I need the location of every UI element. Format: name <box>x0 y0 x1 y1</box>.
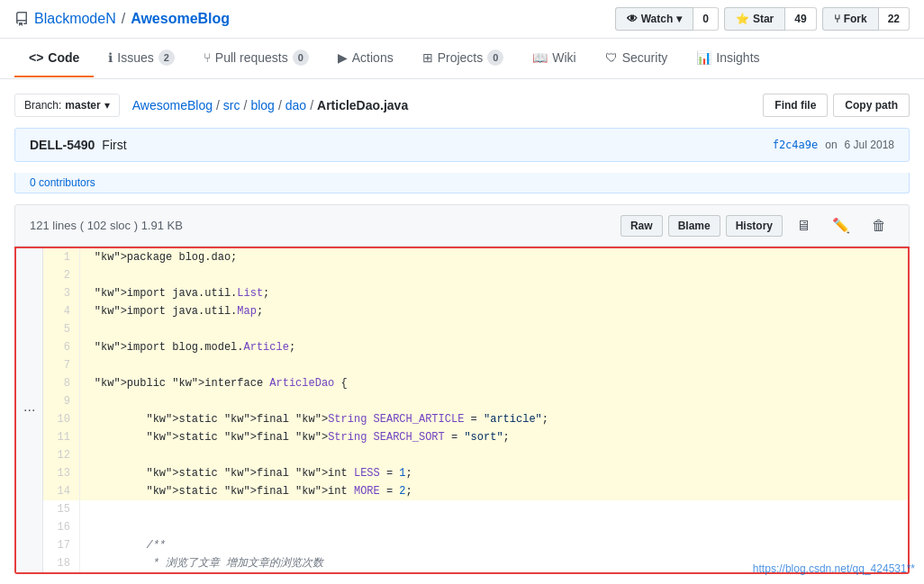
fork-label: Fork <box>844 13 867 25</box>
line-content <box>79 500 908 518</box>
tab-security[interactable]: 🛡 Security <box>591 40 683 77</box>
line-number[interactable]: 13 <box>43 464 79 482</box>
tab-projects[interactable]: ⊞ Projects 0 <box>408 39 519 78</box>
code-icon: <> <box>29 50 43 65</box>
delete-icon[interactable]: 🗑 <box>864 213 894 238</box>
repo-slash: / <box>122 11 125 27</box>
find-file-button[interactable]: Find file <box>763 94 828 117</box>
raw-button[interactable]: Raw <box>621 215 663 237</box>
table-row: 7 <box>43 356 908 374</box>
line-number[interactable]: 9 <box>43 392 79 410</box>
line-content <box>79 518 908 536</box>
projects-badge: 0 <box>487 49 503 66</box>
table-row: 11 "kw">static "kw">final "kw">String SE… <box>43 428 908 446</box>
blame-button[interactable]: Blame <box>668 215 720 237</box>
code-container: ··· 1"kw">package blog.dao;2 3"kw">impor… <box>14 247 910 574</box>
tab-wiki[interactable]: 📖 Wiki <box>518 40 590 77</box>
line-number[interactable]: 12 <box>43 446 79 464</box>
breadcrumb-dao[interactable]: dao <box>285 98 306 112</box>
line-number[interactable]: 14 <box>43 482 79 500</box>
commit-info: DELL-5490 First f2c4a9e on 6 Jul 2018 <box>14 128 910 162</box>
branch-chevron-icon: ▾ <box>104 99 110 112</box>
line-number[interactable]: 11 <box>43 428 79 446</box>
fork-group: ⑂ Fork 22 <box>822 7 910 31</box>
tab-code[interactable]: <> Code <box>14 40 94 77</box>
tab-pull-requests[interactable]: ⑂ Pull requests 0 <box>189 39 323 78</box>
line-number[interactable]: 2 <box>43 266 79 284</box>
line-number[interactable]: 1 <box>43 248 79 266</box>
star-group: ⭐ Star 49 <box>724 7 817 31</box>
desktop-icon[interactable]: 🖥 <box>788 213 819 238</box>
line-content <box>79 320 908 338</box>
line-content: "kw">public "kw">interface ArticleDao { <box>79 374 908 392</box>
code-wrapper: ··· 1"kw">package blog.dao;2 3"kw">impor… <box>16 248 908 572</box>
table-row: 17 /** <box>43 536 908 554</box>
breadcrumb: AwesomeBlog / src / blog / dao / Article… <box>132 98 408 112</box>
line-number[interactable]: 18 <box>43 554 79 572</box>
table-row: 15 <box>43 500 908 518</box>
line-content: "kw">static "kw">final "kw">String SEARC… <box>79 410 908 428</box>
edit-icon[interactable]: ✏️ <box>824 212 858 238</box>
commit-date-label: on <box>825 139 837 151</box>
branch-name: master <box>65 99 100 112</box>
star-label: Star <box>753 13 774 25</box>
history-button[interactable]: History <box>726 215 783 237</box>
tab-pr-label: Pull requests <box>215 50 288 65</box>
copy-path-button[interactable]: Copy path <box>833 94 910 117</box>
line-number[interactable]: 15 <box>43 500 79 518</box>
line-number[interactable]: 8 <box>43 374 79 392</box>
commit-right: f2c4a9e on 6 Jul 2018 <box>773 139 894 151</box>
breadcrumb-blog[interactable]: blog <box>250 98 274 112</box>
contributors-link[interactable]: 0 contributors <box>14 173 910 193</box>
pr-badge: 0 <box>293 49 309 66</box>
commit-info-wrapper: DELL-5490 First f2c4a9e on 6 Jul 2018 0 … <box>14 128 910 193</box>
shield-icon: 🛡 <box>605 50 618 65</box>
watch-button[interactable]: 👁 Watch ▾ <box>615 7 694 31</box>
line-number[interactable]: 10 <box>43 410 79 428</box>
watch-count: 0 <box>693 7 719 31</box>
repo-name-link[interactable]: AwesomeBlog <box>131 11 230 27</box>
commit-user: DELL-5490 <box>30 138 95 152</box>
fork-button[interactable]: ⑂ Fork <box>822 7 879 31</box>
chart-icon: 📊 <box>696 50 711 65</box>
watch-group: 👁 Watch ▾ 0 <box>615 7 719 31</box>
line-number[interactable]: 3 <box>43 284 79 302</box>
line-number[interactable]: 4 <box>43 302 79 320</box>
breadcrumb-root[interactable]: AwesomeBlog <box>132 98 213 112</box>
eye-icon: 👁 <box>627 13 638 25</box>
repo-owner-link[interactable]: BlackmodeN <box>34 11 116 27</box>
line-number[interactable]: 5 <box>43 320 79 338</box>
watermark: https://blog.csdn.net/qq_424531** <box>753 562 915 575</box>
watch-label: Watch <box>641 13 674 25</box>
table-row: 2 <box>43 266 908 284</box>
code-options-button[interactable]: ··· <box>16 248 43 572</box>
line-number[interactable]: 17 <box>43 536 79 554</box>
line-content: "kw">static "kw">final "kw">int MORE = 2… <box>79 482 908 500</box>
line-content <box>79 266 908 284</box>
lines-count: 121 lines <box>30 219 77 232</box>
table-row: 6"kw">import blog.model.Article; <box>43 338 908 356</box>
issues-icon: ℹ <box>108 50 113 65</box>
breadcrumb-src[interactable]: src <box>223 98 240 112</box>
line-content: "kw">import java.util.List; <box>79 284 908 302</box>
fork-count: 22 <box>879 7 910 31</box>
star-button[interactable]: ⭐ Star <box>724 7 785 31</box>
line-content: "kw">static "kw">final "kw">String SEARC… <box>79 428 908 446</box>
file-stats-right: Raw Blame History 🖥 ✏️ 🗑 <box>621 212 894 238</box>
branch-selector[interactable]: Branch: master ▾ <box>14 94 120 117</box>
tab-insights[interactable]: 📊 Insights <box>682 40 774 77</box>
table-row: 5 <box>43 320 908 338</box>
line-content: "kw">package blog.dao; <box>79 248 908 266</box>
branch-label: Branch: <box>24 99 61 112</box>
wiki-icon: 📖 <box>532 50 548 65</box>
header-actions: 👁 Watch ▾ 0 ⭐ Star 49 ⑂ Fork 22 <box>615 7 910 31</box>
tab-issues[interactable]: ℹ Issues 2 <box>94 39 188 78</box>
commit-sha[interactable]: f2c4a9e <box>773 139 819 151</box>
tab-actions[interactable]: ▶ Actions <box>323 40 408 77</box>
line-number[interactable]: 6 <box>43 338 79 356</box>
tab-security-label: Security <box>622 50 668 65</box>
commit-left: DELL-5490 First <box>30 138 127 152</box>
line-number[interactable]: 7 <box>43 356 79 374</box>
line-number[interactable]: 16 <box>43 518 79 536</box>
line-content: "kw">import blog.model.Article; <box>79 338 908 356</box>
